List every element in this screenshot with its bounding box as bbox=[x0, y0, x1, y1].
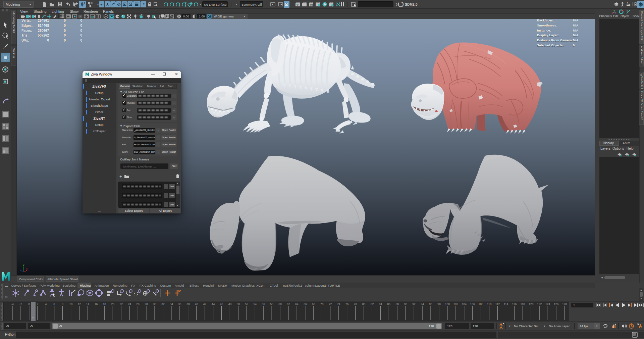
svg-text:86: 86 bbox=[387, 302, 391, 306]
svg-text:I: I bbox=[353, 3, 354, 6]
svg-text:4: 4 bbox=[45, 302, 47, 306]
svg-text:96: 96 bbox=[429, 302, 432, 306]
svg-text:120: 120 bbox=[529, 302, 533, 306]
svg-text:122: 122 bbox=[537, 302, 542, 306]
svg-text:116: 116 bbox=[512, 302, 517, 306]
svg-text:114: 114 bbox=[504, 302, 508, 306]
svg-text:78: 78 bbox=[354, 302, 357, 306]
svg-text:20: 20 bbox=[111, 302, 115, 306]
svg-text:28: 28 bbox=[145, 302, 148, 306]
svg-text:52: 52 bbox=[245, 302, 249, 306]
svg-text:118: 118 bbox=[521, 302, 525, 306]
svg-text:12: 12 bbox=[78, 302, 81, 306]
svg-text:128: 128 bbox=[562, 302, 567, 306]
svg-text:40: 40 bbox=[195, 302, 198, 306]
svg-text:112: 112 bbox=[495, 302, 500, 306]
svg-text:90: 90 bbox=[404, 302, 407, 306]
svg-text:94: 94 bbox=[421, 302, 424, 306]
svg-text:92: 92 bbox=[412, 302, 416, 306]
svg-text:68: 68 bbox=[312, 302, 315, 306]
svg-text:50: 50 bbox=[237, 302, 240, 306]
svg-text:110: 110 bbox=[487, 302, 492, 306]
svg-text:46: 46 bbox=[220, 302, 223, 306]
svg-text:36: 36 bbox=[178, 302, 181, 306]
svg-text:48: 48 bbox=[228, 302, 232, 306]
svg-text:8: 8 bbox=[62, 302, 63, 306]
svg-text:70: 70 bbox=[320, 302, 324, 306]
svg-text:58: 58 bbox=[270, 302, 273, 306]
svg-text:126: 126 bbox=[554, 302, 558, 306]
svg-text:123: 123 bbox=[296, 2, 299, 3]
svg-text:98: 98 bbox=[437, 302, 441, 306]
svg-text:108: 108 bbox=[479, 302, 483, 306]
svg-text:64: 64 bbox=[295, 302, 299, 306]
svg-text:30: 30 bbox=[153, 302, 156, 306]
svg-text:104: 104 bbox=[462, 302, 467, 306]
svg-text:14: 14 bbox=[86, 302, 90, 306]
svg-text:34: 34 bbox=[170, 302, 173, 306]
svg-text:100: 100 bbox=[445, 302, 450, 306]
svg-text:123: 123 bbox=[303, 2, 305, 3]
svg-text:1: 1 bbox=[32, 317, 34, 320]
svg-text:82: 82 bbox=[371, 302, 374, 306]
svg-text:80: 80 bbox=[362, 302, 366, 306]
svg-text:6: 6 bbox=[53, 302, 55, 306]
svg-text:-4: -4 bbox=[11, 302, 14, 306]
svg-text:123: 123 bbox=[310, 2, 312, 3]
svg-text:26: 26 bbox=[136, 302, 140, 306]
svg-text:32: 32 bbox=[161, 302, 165, 306]
svg-text:76: 76 bbox=[345, 302, 349, 306]
svg-text:22: 22 bbox=[119, 302, 123, 306]
svg-text:123: 123 bbox=[330, 2, 332, 3]
svg-text:62: 62 bbox=[287, 302, 290, 306]
svg-text:42: 42 bbox=[203, 302, 207, 306]
svg-text:?: ? bbox=[143, 3, 145, 6]
svg-text:-2: -2 bbox=[19, 302, 22, 306]
svg-text:16: 16 bbox=[95, 302, 98, 306]
svg-text:0: 0 bbox=[29, 302, 30, 306]
svg-text:84: 84 bbox=[379, 302, 382, 306]
svg-text:106: 106 bbox=[470, 302, 475, 306]
svg-text:74: 74 bbox=[337, 302, 340, 306]
svg-text:2: 2 bbox=[37, 302, 38, 306]
svg-text:18: 18 bbox=[103, 302, 106, 306]
svg-text:10: 10 bbox=[69, 302, 73, 306]
svg-text:72: 72 bbox=[329, 302, 332, 306]
svg-text:60: 60 bbox=[278, 302, 282, 306]
svg-text:56: 56 bbox=[262, 302, 265, 306]
svg-text:124: 124 bbox=[545, 302, 550, 306]
svg-text:88: 88 bbox=[395, 302, 399, 306]
svg-text:66: 66 bbox=[304, 302, 307, 306]
svg-text:102: 102 bbox=[453, 302, 458, 306]
svg-text:IPR: IPR bbox=[310, 4, 313, 6]
svg-text:123: 123 bbox=[316, 2, 319, 3]
svg-text:38: 38 bbox=[186, 302, 190, 306]
svg-text:24: 24 bbox=[128, 302, 131, 306]
svg-text:54: 54 bbox=[254, 302, 257, 306]
svg-text:44: 44 bbox=[212, 302, 215, 306]
